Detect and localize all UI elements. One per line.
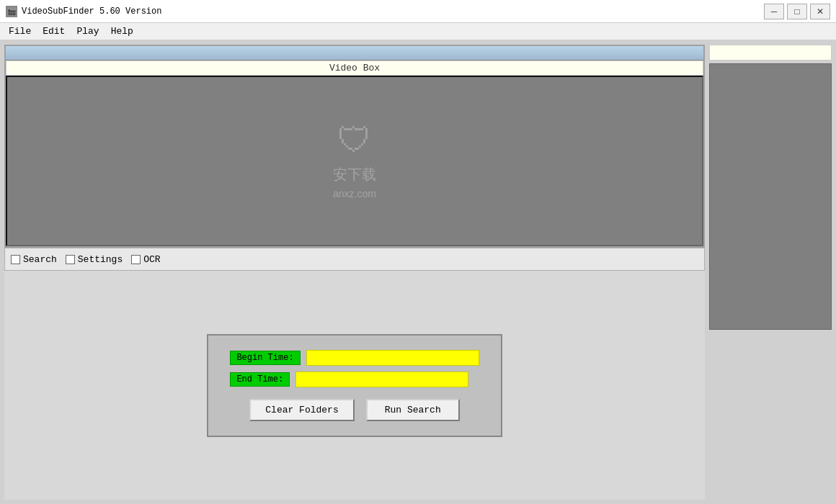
right-content [709,63,832,330]
tab-search-checkbox[interactable] [11,255,20,264]
menu-edit[interactable]: Edit [37,24,71,38]
watermark-icon: 🛡 [337,121,372,162]
video-box-label: Video Box [6,60,703,76]
clear-folders-button[interactable]: Clear Folders [249,399,354,421]
title-bar-left: 🎬 VideoSubFinder 5.60 Version [6,6,161,17]
begin-time-label: Begin Time: [230,351,300,365]
button-row: Clear Folders Run Search [230,399,479,421]
end-time-label: End Time: [230,372,290,387]
title-bar: 🎬 VideoSubFinder 5.60 Version ─ □ ✕ [0,0,836,23]
minimize-button[interactable]: ─ [764,4,784,19]
tab-settings-label: Settings [78,254,123,265]
window-title: VideoSubFinder 5.60 Version [22,6,161,17]
watermark-text: 安下载anxz.com [333,165,376,201]
close-button[interactable]: ✕ [810,4,830,19]
watermark: 🛡 安下载anxz.com [333,121,376,201]
right-top [709,45,832,60]
end-time-input[interactable] [295,372,468,387]
search-panel: Begin Time: End Time: Clear Folders Run … [4,271,705,500]
menu-file[interactable]: File [3,24,37,38]
tab-ocr-checkbox[interactable] [131,255,141,264]
left-panel: Video Box 🛡 安下载anxz.com Search Settings … [4,45,705,500]
tab-ocr[interactable]: OCR [131,254,160,265]
tab-ocr-label: OCR [143,254,160,265]
tab-search[interactable]: Search [11,254,57,265]
main-area: Video Box 🛡 安下载anxz.com Search Settings … [0,40,836,504]
tabs-section: Search Settings OCR [4,248,705,271]
video-title-bar [6,46,703,60]
begin-time-input[interactable] [306,350,479,366]
window-controls[interactable]: ─ □ ✕ [764,4,830,19]
begin-time-row: Begin Time: [230,350,479,366]
app-icon: 🎬 [6,6,17,17]
tab-settings[interactable]: Settings [66,254,123,265]
menu-play[interactable]: Play [71,24,104,38]
end-time-row: End Time: [230,372,479,387]
menu-bar: File Edit Play Help [0,23,836,40]
run-search-button[interactable]: Run Search [366,399,460,421]
menu-help[interactable]: Help [105,24,139,38]
tab-search-label: Search [23,254,57,265]
tab-settings-checkbox[interactable] [66,255,75,264]
video-section: Video Box 🛡 安下载anxz.com [4,45,705,248]
maximize-button[interactable]: □ [787,4,807,19]
video-content: 🛡 安下载anxz.com [6,76,703,246]
right-panel [709,45,832,500]
search-box: Begin Time: End Time: Clear Folders Run … [207,334,502,437]
